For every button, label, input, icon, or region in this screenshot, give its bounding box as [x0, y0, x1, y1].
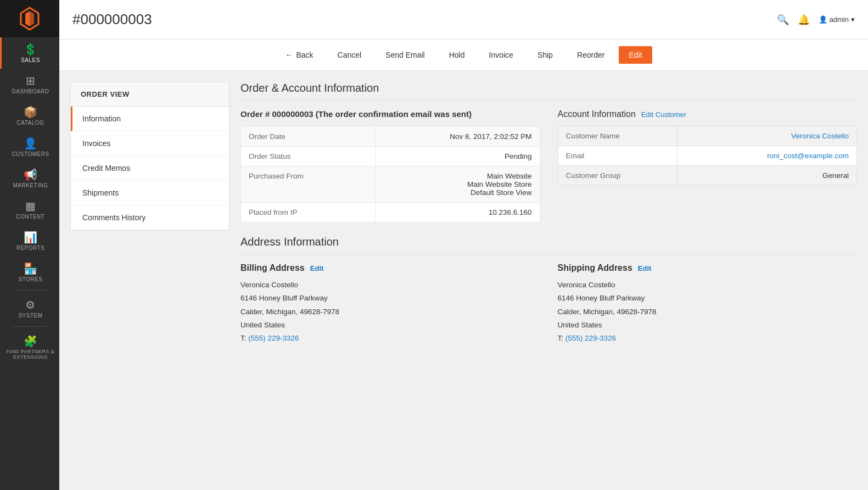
customer-name-link[interactable]: Veronica Costello: [791, 132, 849, 140]
shipping-phone: T: (555) 229-3326: [558, 332, 858, 345]
sidebar-item-customers[interactable]: 👤 Customers: [0, 131, 59, 163]
sidebar-item-label: System: [18, 313, 42, 319]
customer-group-label: Customer Group: [558, 166, 677, 186]
purchased-from-value: Main Website Main Website Store Default …: [376, 166, 540, 203]
sidebar: 💲 Sales ⊞ Dashboard 📦 Catalog 👤 Customer…: [0, 0, 59, 490]
system-icon: ⚙: [25, 299, 36, 310]
reorder-button[interactable]: Reorder: [567, 46, 615, 64]
sidebar-divider: [12, 290, 48, 291]
stores-icon: 🏪: [24, 263, 38, 274]
top-header: #000000003 🔍 🔔 👤 admin ▾: [59, 0, 868, 40]
invoice-button[interactable]: Invoice: [479, 46, 523, 64]
order-view-nav: ORDER VIEW Information Invoices Credit M…: [70, 82, 229, 231]
page-title: #000000003: [72, 11, 152, 28]
address-section: Address Information Billing Address Edit…: [240, 236, 857, 345]
cancel-button[interactable]: Cancel: [328, 46, 372, 64]
shipping-address-title: Shipping Address Edit: [558, 263, 858, 273]
billing-address-title: Billing Address Edit: [240, 263, 540, 273]
nav-item-invoices[interactable]: Invoices: [71, 131, 229, 156]
customer-name-label: Customer Name: [558, 126, 677, 146]
billing-street: 6146 Honey Bluff Parkway: [240, 292, 540, 305]
action-bar: ← Back Cancel Send Email Hold Invoice Sh…: [59, 40, 868, 71]
sidebar-item-label: Sales: [21, 57, 40, 63]
catalog-icon: 📦: [24, 107, 38, 118]
customers-icon: 👤: [24, 138, 38, 149]
shipping-phone-number[interactable]: (555) 229-3326: [565, 334, 616, 342]
main-content: #000000003 🔍 🔔 👤 admin ▾ ← Back Cancel S…: [59, 0, 868, 490]
sidebar-item-sales[interactable]: 💲 Sales: [0, 37, 59, 69]
search-icon[interactable]: 🔍: [777, 14, 789, 26]
notification-icon[interactable]: 🔔: [798, 14, 810, 26]
billing-address-edit-link[interactable]: Edit: [310, 264, 324, 272]
table-row: Order Date Nov 8, 2017, 2:02:52 PM: [241, 127, 540, 147]
sidebar-item-dashboard[interactable]: ⊞ Dashboard: [0, 69, 59, 100]
nav-item-label: Comments History: [82, 213, 145, 222]
edit-customer-link[interactable]: Edit Customer: [641, 110, 686, 119]
email-value: roni_cost@example.com: [677, 146, 857, 166]
order-info-col: Order # 000000003 (The order confirmatio…: [240, 109, 540, 222]
reorder-button-label: Reorder: [577, 51, 605, 59]
ship-button[interactable]: Ship: [528, 46, 563, 64]
send-email-button-label: Send Email: [385, 51, 425, 59]
admin-label-text: admin: [830, 15, 849, 24]
shipping-city-state-zip: Calder, Michigan, 49628-7978: [558, 305, 858, 319]
header-actions: 🔍 🔔 👤 admin ▾: [777, 14, 855, 26]
placed-from-ip-value: 10.236.6.160: [376, 203, 540, 222]
shipping-street: 6146 Honey Bluff Parkway: [558, 292, 858, 305]
email-label: Email: [558, 146, 677, 166]
sidebar-item-label: Dashboard: [12, 88, 49, 94]
shipping-name: Veronica Costello: [558, 279, 858, 292]
order-status-value: Pending: [376, 147, 540, 166]
order-account-section-title: Order & Account Information: [240, 82, 857, 101]
nav-item-shipments[interactable]: Shipments: [71, 181, 229, 205]
billing-phone-number[interactable]: (555) 229-3326: [248, 334, 299, 342]
content-icon: ▦: [25, 201, 36, 211]
order-date-label: Order Date: [241, 127, 376, 147]
sidebar-item-reports[interactable]: 📊 Reports: [0, 225, 59, 257]
order-status-label: Order Status: [241, 147, 376, 166]
sidebar-item-stores[interactable]: 🏪 Stores: [0, 257, 59, 288]
marketing-icon: 📢: [24, 169, 38, 180]
sidebar-item-catalog[interactable]: 📦 Catalog: [0, 100, 59, 131]
magento-logo-icon: [18, 7, 42, 31]
sidebar-divider-2: [12, 326, 48, 327]
chevron-down-icon: ▾: [851, 15, 855, 24]
table-row: Customer Group General: [558, 166, 857, 186]
table-row: Customer Name Veronica Costello: [558, 126, 857, 146]
svg-marker-1: [25, 11, 30, 26]
dashboard-icon: ⊞: [26, 75, 36, 86]
order-view-nav-title: ORDER VIEW: [71, 82, 229, 107]
billing-phone: T: (555) 229-3326: [240, 332, 540, 345]
customer-group-value: General: [677, 166, 857, 186]
order-date-value: Nov 8, 2017, 2:02:52 PM: [376, 127, 540, 147]
nav-item-information[interactable]: Information: [71, 107, 229, 131]
sidebar-item-marketing[interactable]: 📢 Marketing: [0, 163, 59, 194]
shipping-address-edit-link[interactable]: Edit: [638, 264, 652, 272]
send-email-button[interactable]: Send Email: [376, 46, 435, 64]
address-section-title: Address Information: [240, 236, 857, 254]
back-button[interactable]: ← Back: [275, 46, 323, 64]
hold-button[interactable]: Hold: [439, 46, 475, 64]
nav-item-comments-history[interactable]: Comments History: [71, 205, 229, 230]
right-content: Order & Account Information Order # 0000…: [240, 82, 857, 479]
sidebar-item-system[interactable]: ⚙ System: [0, 293, 59, 324]
sidebar-item-label: Content: [16, 214, 45, 220]
customer-name-value: Veronica Costello: [677, 126, 857, 146]
invoice-button-label: Invoice: [489, 51, 513, 59]
reports-icon: 📊: [24, 232, 38, 243]
sidebar-item-extensions[interactable]: 🧩 Find Partners & Extensions: [0, 329, 59, 365]
content-area: ORDER VIEW Information Invoices Credit M…: [59, 71, 868, 490]
nav-item-label: Invoices: [82, 139, 110, 148]
back-button-label: Back: [296, 51, 313, 59]
admin-menu[interactable]: 👤 admin ▾: [819, 15, 855, 24]
table-row: Email roni_cost@example.com: [558, 146, 857, 166]
sidebar-logo: [0, 0, 59, 37]
nav-item-credit-memos[interactable]: Credit Memos: [71, 156, 229, 181]
table-row: Purchased From Main Website Main Website…: [241, 166, 540, 203]
back-arrow-icon: ←: [285, 51, 293, 59]
sidebar-item-content[interactable]: ▦ Content: [0, 194, 59, 225]
billing-phone-label: T:: [240, 334, 247, 342]
email-link[interactable]: roni_cost@example.com: [767, 152, 849, 160]
shipping-address-title-text: Shipping Address: [558, 263, 632, 273]
edit-button[interactable]: Edit: [619, 46, 652, 64]
